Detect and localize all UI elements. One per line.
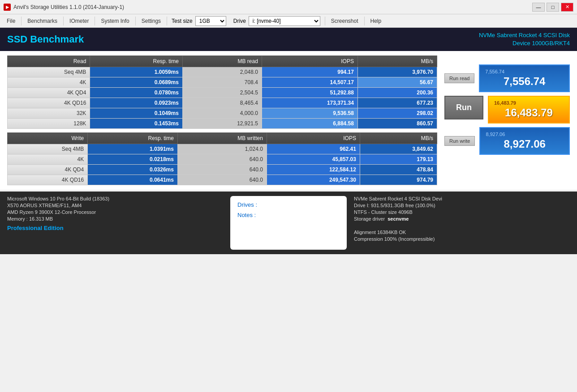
table-row: 32K 0.1049ms 4,000.0 9,536.58 298.02 — [8, 108, 437, 119]
row-name: 32K — [8, 108, 90, 119]
col-iops-r: IOPS — [262, 56, 357, 67]
app-title: Anvil's Storage Utilities 1.1.0 (2014-Ja… — [13, 4, 124, 10]
iops: 45,857.03 — [267, 154, 360, 165]
iops: 249,547.30 — [267, 175, 360, 185]
row-name: Seq 4MB — [8, 144, 88, 154]
sysinfo-line2: X570 AORUS XTREME/F11, AM4 — [7, 203, 223, 208]
col-read: Read — [8, 56, 90, 67]
row-name: 4K — [8, 154, 88, 165]
row-name: 4K QD16 — [8, 98, 90, 108]
menu-screenshot[interactable]: Screenshot — [326, 16, 363, 26]
table-row: 4K 0.0689ms 708.4 14,507.17 56.67 — [8, 77, 437, 88]
run-button[interactable]: Run — [444, 96, 483, 119]
menu-settings[interactable]: Settings — [137, 16, 166, 26]
table-row: 4K QD4 0.0326ms 640.0 122,584.12 478.84 — [8, 165, 437, 175]
device-line2: Device 1000GB/RKT4 — [479, 39, 570, 47]
total-score-value: 16,483.79 — [494, 107, 564, 119]
device-info-6: Compression 100% (Incompressible) — [354, 236, 570, 242]
benchmark-tables: Read Resp. time MB read IOPS MB/s Seq 4M… — [7, 55, 437, 185]
device-info-0: NVMe Sabrent Rocket 4 SCSI Disk Devi — [354, 196, 570, 201]
drive-control: Drive i: [nvme-40] — [230, 16, 324, 26]
table-row: Seq 4MB 1.0059ms 2,048.0 994.17 3,976.70 — [8, 67, 437, 77]
total-score-box: 16,483.79 16,483.79 — [488, 96, 570, 124]
menu-file[interactable]: File — [2, 16, 20, 26]
mb-read: 8,465.4 — [182, 98, 262, 108]
separator — [63, 17, 64, 26]
iops: 6,884.58 — [262, 119, 357, 129]
mb-read: 2,504.5 — [182, 88, 262, 98]
device-info-spacer — [354, 223, 570, 228]
col-resp-time-w: Resp. time — [88, 133, 178, 144]
device-info-2: NTFS - Cluster size 4096B — [354, 209, 570, 215]
menu-iometer[interactable]: IOmeter — [65, 16, 94, 26]
separator — [135, 17, 136, 26]
read-score-label: 7,556.74 — [485, 69, 564, 74]
app-header: SSD Benchmark NVMe Sabrent Rocket 4 SCSI… — [0, 28, 577, 51]
row-name: Seq 4MB — [8, 67, 90, 77]
menu-benchmarks[interactable]: Benchmarks — [22, 16, 62, 26]
run-row: Run 16,483.79 16,483.79 — [444, 96, 570, 124]
mbs: 860.57 — [357, 119, 437, 129]
table-row: 4K QD4 0.0780ms 2,504.5 51,292.88 200.36 — [8, 88, 437, 98]
footer-sysinfo: Microsoft Windows 10 Pro 64-Bit Build (1… — [7, 196, 223, 250]
sysinfo-line4: Memory : 16.313 MB — [7, 216, 223, 222]
test-size-select[interactable]: 1GB 512MB 2GB 4GB — [195, 16, 226, 26]
device-info-3: Storage driver secnvme — [354, 216, 570, 222]
separator — [325, 17, 325, 26]
resp-time: 0.1049ms — [90, 108, 183, 119]
resp-time: 0.0218ms — [88, 154, 178, 165]
col-mb-written: MB written — [177, 133, 267, 144]
mb-read: 12,921.5 — [182, 119, 262, 129]
table-row: 128K 0.1453ms 12,921.5 6,884.58 860.57 — [8, 119, 437, 129]
table-row: 4K QD16 0.0923ms 8,465.4 173,371.34 677.… — [8, 98, 437, 108]
read-table: Read Resp. time MB read IOPS MB/s Seq 4M… — [7, 55, 437, 129]
drive-select[interactable]: i: [nvme-40] — [249, 16, 320, 26]
sysinfo-line1: Microsoft Windows 10 Pro 64-Bit Build (1… — [7, 196, 223, 201]
iops: 14,507.17 — [262, 77, 357, 88]
read-score-value: 7,556.74 — [485, 75, 564, 88]
resp-time: 0.0689ms — [90, 77, 183, 88]
write-score-box: 8,927.06 8,927.06 — [479, 127, 570, 155]
separator — [21, 17, 22, 26]
notes-label: Notes : — [237, 212, 340, 218]
menu-sysinfo[interactable]: System Info — [96, 16, 134, 26]
separator — [364, 17, 365, 26]
iops: 51,292.88 — [262, 88, 357, 98]
close-button[interactable]: ✕ — [561, 3, 573, 12]
resp-time: 0.0326ms — [88, 165, 178, 175]
mb-read: 708.4 — [182, 77, 262, 88]
mbs: 298.02 — [357, 108, 437, 119]
device-info-5: Alignment 16384KB OK — [354, 230, 570, 235]
col-resp-time-r: Resp. time — [90, 56, 183, 67]
write-score-value: 8,927.06 — [486, 138, 564, 150]
col-mb-read: MB read — [182, 56, 262, 67]
menu-bar: File Benchmarks IOmeter System Info Sett… — [0, 14, 577, 28]
col-mbs-w: MB/s — [360, 133, 437, 144]
resp-time: 0.0923ms — [90, 98, 183, 108]
run-write-button[interactable]: Run write — [444, 136, 475, 146]
drives-label: Drives : — [237, 201, 340, 208]
mbs: 3,976.70 — [357, 67, 437, 77]
minimize-button[interactable]: — — [532, 3, 545, 12]
pro-edition-label: Professional Edition — [7, 225, 223, 231]
table-row: 4K 0.0218ms 640.0 45,857.03 179.13 — [8, 154, 437, 165]
device-name: NVMe Sabrent Rocket 4 SCSI Disk Device 1… — [479, 31, 570, 47]
maximize-button[interactable]: □ — [547, 3, 559, 12]
iops: 173,371.34 — [262, 98, 357, 108]
resp-time: 0.1453ms — [90, 119, 183, 129]
row-name: 4K — [8, 77, 90, 88]
separator — [167, 17, 167, 26]
mbs: 3,849.62 — [360, 144, 437, 154]
mb-written: 640.0 — [177, 175, 267, 185]
main-content: Read Resp. time MB read IOPS MB/s Seq 4M… — [0, 51, 577, 190]
footer: Microsoft Windows 10 Pro 64-Bit Build (1… — [0, 192, 577, 254]
iops: 9,536.58 — [262, 108, 357, 119]
col-write: Write — [8, 133, 88, 144]
row-name: 128K — [8, 119, 90, 129]
run-read-button[interactable]: Run read — [444, 73, 474, 83]
menu-help[interactable]: Help — [366, 16, 387, 26]
sysinfo-line3: AMD Ryzen 9 3900X 12-Core Processor — [7, 209, 223, 215]
row-name: 4K QD4 — [8, 88, 90, 98]
col-iops-w: IOPS — [267, 133, 360, 144]
mb-written: 640.0 — [177, 165, 267, 175]
